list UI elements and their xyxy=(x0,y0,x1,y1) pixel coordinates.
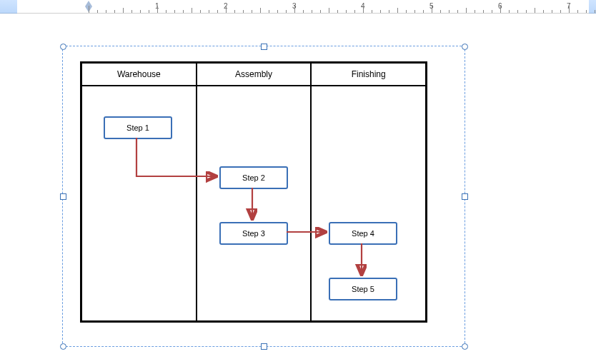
selection-handle-e[interactable] xyxy=(462,193,468,200)
ruler-tick xyxy=(303,10,304,13)
header-label: Finishing xyxy=(352,69,386,79)
ruler-tick xyxy=(535,8,535,13)
selection-handle-w[interactable] xyxy=(60,193,66,200)
ruler-tick xyxy=(174,10,175,13)
ruler-tick xyxy=(595,10,595,13)
swimlane-header-finishing[interactable]: Finishing xyxy=(310,64,425,85)
ruler-tick xyxy=(372,10,372,13)
ruler-tick xyxy=(97,10,98,13)
selection-handle-n[interactable] xyxy=(261,44,267,50)
ruler-tick xyxy=(483,10,484,13)
ruler-tick xyxy=(260,8,261,13)
ruler-tick xyxy=(234,10,235,13)
ruler-tick xyxy=(183,10,184,13)
selection-handle-ne[interactable] xyxy=(462,44,468,50)
ruler-tick xyxy=(269,10,269,13)
step-label: Step 5 xyxy=(352,285,374,293)
lane-assembly[interactable] xyxy=(196,85,311,320)
step-3-box[interactable]: Step 3 xyxy=(219,222,288,245)
ruler-tick xyxy=(209,10,209,13)
selection-handle-sw[interactable] xyxy=(60,343,66,350)
ruler-tick xyxy=(466,8,467,13)
ruler-tick xyxy=(131,10,132,13)
header-label: Assembly xyxy=(235,69,272,79)
ruler-tick xyxy=(492,10,492,13)
ruler-tick xyxy=(149,10,149,13)
ruler-tick xyxy=(509,10,510,13)
ruler-tick xyxy=(389,10,389,13)
ruler-tick xyxy=(414,10,415,13)
ruler-tick xyxy=(89,6,89,13)
ruler-tick xyxy=(475,10,475,13)
ruler-tick xyxy=(166,10,167,13)
ruler-tick xyxy=(406,10,407,13)
ruler-tick xyxy=(329,8,329,13)
horizontal-ruler[interactable]: 1234567 xyxy=(17,0,589,14)
ruler-tick xyxy=(560,10,561,13)
ruler-tick xyxy=(277,10,278,13)
ruler-tick xyxy=(226,6,227,13)
ruler-tick xyxy=(397,8,398,13)
ruler-tick xyxy=(526,10,527,13)
ruler-tick xyxy=(294,6,295,13)
step-4-box[interactable]: Step 4 xyxy=(329,222,397,245)
ruler-tick xyxy=(586,10,587,13)
ruler-tick xyxy=(192,8,192,13)
ruler-tick xyxy=(337,10,338,13)
ruler-tick xyxy=(432,6,432,13)
ruler-tick xyxy=(569,6,570,13)
step-2-box[interactable]: Step 2 xyxy=(219,166,288,189)
step-1-box[interactable]: Step 1 xyxy=(104,116,172,139)
swimlane-header-assembly[interactable]: Assembly xyxy=(196,64,311,85)
ruler-tick xyxy=(243,10,244,13)
ruler-tick xyxy=(517,10,518,13)
swimlane-header-warehouse[interactable]: Warehouse xyxy=(82,64,196,85)
ruler-tick xyxy=(346,10,347,13)
ruler-tick xyxy=(500,6,501,13)
ruler-tick xyxy=(363,6,364,13)
ruler-tick xyxy=(449,10,450,13)
header-label: Warehouse xyxy=(117,69,161,79)
ruler-tick xyxy=(423,10,424,13)
ruler-tick xyxy=(320,10,321,13)
ruler-tick xyxy=(552,10,552,13)
ruler-tick xyxy=(543,10,544,13)
ruler-tick xyxy=(140,10,141,13)
ruler-tick xyxy=(440,10,441,13)
ruler-tick xyxy=(577,10,578,13)
ruler-tick xyxy=(123,8,124,13)
ruler-tick xyxy=(312,10,312,13)
step-label: Step 2 xyxy=(242,173,265,182)
ruler-tick xyxy=(354,10,355,13)
word-canvas: 1234567 Warehouse Assembly Finishing xyxy=(0,0,596,364)
step-label: Step 4 xyxy=(352,229,374,238)
step-label: Step 3 xyxy=(242,229,265,238)
ruler-tick xyxy=(106,10,106,13)
ruler-tick xyxy=(457,10,458,13)
step-label: Step 1 xyxy=(126,123,149,132)
swimlane-header-row: Warehouse Assembly Finishing xyxy=(82,64,425,86)
ruler-tick xyxy=(252,10,252,13)
selection-handle-nw[interactable] xyxy=(60,44,66,50)
ruler-tick xyxy=(157,6,158,13)
document-page[interactable]: Warehouse Assembly Finishing Step 1 Step… xyxy=(17,16,589,364)
selection-handle-s[interactable] xyxy=(261,343,267,350)
ruler-tick xyxy=(114,10,115,13)
ruler-tick xyxy=(200,10,201,13)
step-5-box[interactable]: Step 5 xyxy=(329,278,397,300)
selection-handle-se[interactable] xyxy=(462,343,468,350)
ruler-tick xyxy=(217,10,218,13)
ruler-tick xyxy=(286,10,287,13)
ruler-tick xyxy=(380,10,381,13)
